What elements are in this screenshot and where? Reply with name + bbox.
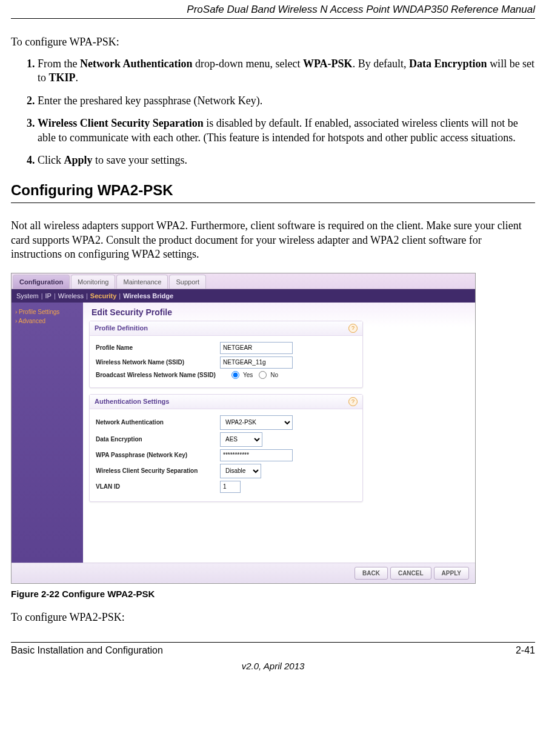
input-ssid[interactable] (220, 356, 293, 369)
select-network-auth[interactable]: WPA2-PSK (220, 415, 293, 430)
footer-right: 2-41 (516, 645, 535, 656)
input-profile-name[interactable] (220, 342, 293, 354)
sidebar-profile-settings[interactable]: › Profile Settings (15, 309, 79, 315)
row-broadcast-ssid: Broadcast Wireless Network Name (SSID) Y… (96, 371, 356, 379)
subnav-ip[interactable]: IP (45, 292, 52, 299)
tab-support[interactable]: Support (169, 275, 206, 289)
step-4: Click Apply to save your settings. (38, 153, 535, 167)
auth-settings-header: Authentication Settings ? (90, 395, 362, 409)
profile-definition-header-text: Profile Definition (95, 324, 148, 332)
subnav-sep: | (119, 292, 121, 299)
radio-label-no: No (270, 372, 278, 378)
row-profile-name: Profile Name (96, 342, 356, 354)
radio-group-broadcast: Yes No (228, 371, 278, 379)
back-button[interactable]: BACK (355, 567, 388, 580)
tab-monitoring[interactable]: Monitoring (71, 275, 115, 289)
radio-label-yes: Yes (243, 372, 253, 378)
row-network-auth: Network Authentication WPA2-PSK (96, 415, 356, 430)
auth-settings-content: Network Authentication WPA2-PSK Data Enc… (90, 409, 362, 501)
select-data-encryption[interactable]: AES (220, 432, 262, 447)
subnav-security[interactable]: Security (90, 292, 116, 299)
tab-configuration[interactable]: Configuration (13, 275, 70, 289)
configure-wpa-psk-steps: From the Network Authentication drop-dow… (11, 57, 535, 167)
input-wpa-passphrase[interactable] (220, 449, 293, 461)
top-tabs: Configuration Monitoring Maintenance Sup… (12, 273, 475, 289)
running-header: ProSafe Dual Band Wireless N Access Poin… (11, 0, 535, 19)
step-4-bold-1: Apply (64, 154, 93, 166)
label-ssid: Wireless Network Name (SSID) (96, 359, 220, 366)
tab-maintenance[interactable]: Maintenance (116, 275, 168, 289)
figure-2-22: Configuration Monitoring Maintenance Sup… (11, 273, 535, 599)
step-4-text-a: Click (38, 154, 64, 166)
help-icon[interactable]: ? (348, 397, 358, 406)
label-data-encryption: Data Encryption (96, 436, 220, 443)
section-body-wpa2-psk: Not all wireless adapters support WPA2. … (11, 219, 535, 261)
select-client-separation[interactable]: Disable (220, 464, 261, 478)
step-1-text-a: From the (38, 58, 80, 70)
page-footer: Basic Installation and Configuration 2-4… (11, 642, 535, 656)
main-panel: Edit Security Profile Profile Definition… (83, 303, 475, 563)
ui-body: › Profile Settings › Advanced Edit Secur… (12, 303, 475, 563)
help-icon[interactable]: ? (348, 324, 358, 333)
radio-broadcast-no[interactable] (259, 371, 267, 379)
step-1-text-e: . (76, 72, 79, 84)
panel-title: Edit Security Profile (92, 307, 469, 317)
step-1-bold-4: TKIP (49, 72, 76, 84)
auth-settings-header-text: Authentication Settings (95, 398, 169, 405)
step-1-bold-1: Network Authentication (80, 58, 193, 70)
step-2: Enter the preshared key passphrase (Netw… (38, 94, 535, 108)
label-profile-name: Profile Name (96, 344, 220, 351)
intro-text: To configure WPA-PSK: (11, 36, 535, 49)
step-1-text-c: . By default, (353, 58, 409, 70)
step-4-text-b: to save your settings. (93, 154, 187, 166)
row-data-encryption: Data Encryption AES (96, 432, 356, 447)
row-client-separation: Wireless Client Security Separation Disa… (96, 464, 356, 478)
step-1-bold-2: WPA-PSK (303, 58, 353, 70)
step-3-bold-1: Wireless Client Security Separation (38, 117, 204, 129)
apply-button[interactable]: APPLY (434, 567, 469, 580)
subnav-wireless-bridge[interactable]: Wireless Bridge (123, 292, 173, 299)
auth-settings-box: Authentication Settings ? Network Authen… (89, 394, 363, 502)
profile-definition-box: Profile Definition ? Profile Name Wirele… (89, 321, 363, 388)
input-vlan-id[interactable] (220, 481, 241, 493)
label-network-auth: Network Authentication (96, 419, 220, 426)
label-client-separation: Wireless Client Security Separation (96, 467, 220, 474)
row-wpa-passphrase: WPA Passphrase (Network Key) (96, 449, 356, 461)
radio-broadcast-yes[interactable] (231, 371, 239, 379)
label-broadcast-ssid: Broadcast Wireless Network Name (SSID) (96, 372, 228, 378)
after-figure-text: To configure WPA2-PSK: (11, 611, 535, 624)
cancel-button[interactable]: CANCEL (390, 567, 431, 580)
subnav-system[interactable]: System (16, 292, 39, 299)
label-vlan-id: VLAN ID (96, 483, 220, 490)
subnav-sep: | (54, 292, 56, 299)
footer-left: Basic Installation and Configuration (11, 645, 163, 656)
step-1: From the Network Authentication drop-dow… (38, 57, 535, 85)
sidebar-advanced[interactable]: › Advanced (15, 318, 79, 324)
ui-footer-buttons: BACK CANCEL APPLY (12, 563, 475, 583)
figure-caption: Figure 2-22 Configure WPA2-PSK (11, 589, 535, 599)
section-heading-wpa2-psk: Configuring WPA2-PSK (11, 182, 535, 203)
sub-nav: System| IP| Wireless| Security| Wireless… (12, 289, 475, 303)
step-1-bold-3: Data Encryption (409, 58, 487, 70)
profile-definition-header: Profile Definition ? (90, 321, 362, 336)
profile-definition-content: Profile Name Wireless Network Name (SSID… (90, 336, 362, 387)
subnav-sep: | (86, 292, 88, 299)
row-vlan-id: VLAN ID (96, 481, 356, 493)
step-1-text-b: drop-down menu, select (193, 58, 303, 70)
sidebar: › Profile Settings › Advanced (12, 303, 83, 563)
label-wpa-passphrase: WPA Passphrase (Network Key) (96, 452, 220, 458)
subnav-wireless[interactable]: Wireless (58, 292, 84, 299)
ui-screenshot: Configuration Monitoring Maintenance Sup… (11, 273, 476, 584)
footer-center: v2.0, April 2013 (11, 661, 535, 678)
row-ssid: Wireless Network Name (SSID) (96, 356, 356, 369)
subnav-sep: | (41, 292, 43, 299)
step-3: Wireless Client Security Separation is d… (38, 116, 535, 145)
